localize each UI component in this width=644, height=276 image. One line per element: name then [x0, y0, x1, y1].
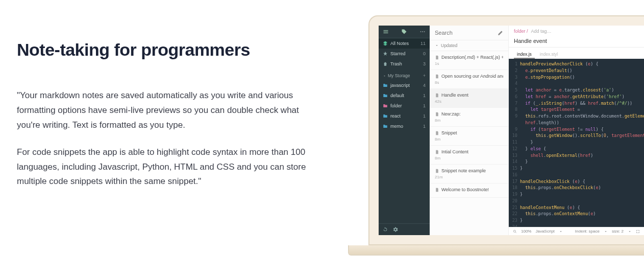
line-number: 22 [511, 211, 520, 217]
folder-javascript[interactable]: javascript4 [379, 80, 430, 90]
note-icon [435, 112, 439, 117]
line-number: 14 [511, 158, 520, 165]
code-line: let anchor = e.target.closest('a') [520, 87, 614, 94]
sidebar-all-notes[interactable]: All Notes11 [379, 38, 430, 49]
code-line: this.refs.root.contentWindow.document.ge… [520, 113, 644, 120]
status-bar: 100% JavaScript Indent: space size: 2 [509, 227, 644, 235]
sidebar-trash[interactable]: Trash3 [379, 59, 430, 69]
note-item[interactable]: Description(.md) + React(.js) + Stylu…1s [430, 51, 508, 70]
note-title: Welcome to Boostnote! [441, 187, 489, 192]
refresh-icon[interactable] [383, 227, 388, 232]
tag-icon[interactable] [401, 29, 407, 35]
folder-count: 1 [423, 103, 426, 108]
sidebar-item-label: Starred [390, 51, 406, 56]
settings-icon[interactable] [393, 227, 398, 232]
line-number: 15 [511, 165, 520, 172]
code-line: e.stopPropagation() [520, 74, 575, 81]
code-line: if (targetElement != null) { [520, 126, 604, 133]
code-line: e.preventDefault() [520, 67, 572, 74]
expand-icon[interactable] [636, 229, 640, 234]
svg-point-2 [424, 31, 425, 32]
note-item[interactable]: Intial Content8m [430, 146, 508, 165]
sidebar-item-count: 0 [423, 51, 426, 56]
svg-point-1 [422, 31, 423, 32]
paragraph-1: "Your markdown notes are saved automatic… [17, 88, 313, 133]
sidebar-item-label: All Notes [390, 41, 409, 46]
folder-count: 1 [423, 113, 426, 119]
indent-size-picker[interactable]: size: 2 [612, 229, 624, 234]
line-number: 19 [511, 191, 520, 198]
sidebar: All Notes11Starred0Trash3 My Storage + j… [379, 26, 430, 235]
chevron-down-icon [628, 229, 632, 234]
code-line: let targetElement = [520, 106, 580, 113]
line-number: 10 [511, 132, 520, 139]
laptop-mockup: All Notes11Starred0Trash3 My Storage + j… [368, 15, 644, 256]
paragraph-2: For code snippets the app is able to hig… [17, 145, 313, 190]
note-title-input[interactable] [514, 38, 639, 44]
indent-picker[interactable]: Indent: space [575, 229, 600, 234]
folder-label: folder [390, 103, 402, 108]
language-picker[interactable]: JavaScript [535, 229, 554, 234]
line-number: 12 [511, 146, 520, 152]
chevron-down-icon [604, 229, 608, 234]
folder-label: memo [390, 124, 403, 129]
note-time: 8m [435, 137, 503, 142]
add-folder-icon[interactable]: + [423, 73, 426, 78]
sort-toggle[interactable]: Updated [430, 40, 508, 51]
note-title: Intial Content [441, 149, 468, 154]
note-item[interactable]: Welcome to Boostnote! [430, 183, 508, 198]
note-title: Snippet note example [441, 168, 486, 173]
note-item[interactable]: Snippet8m [430, 127, 508, 146]
add-tag[interactable]: Add tag… [531, 29, 552, 34]
note-item[interactable]: Handle event42s [430, 89, 508, 108]
line-number: 16 [511, 172, 520, 178]
sidebar-starred[interactable]: Starred0 [379, 49, 430, 59]
svg-point-3 [513, 230, 515, 232]
zoom-icon[interactable] [513, 229, 517, 234]
folder-memo[interactable]: memo1 [379, 121, 430, 131]
code-line: if (_.isString(href) && href.match(/^#/)… [520, 100, 632, 107]
svg-point-0 [420, 31, 422, 32]
folder-folder[interactable]: folder1 [379, 101, 430, 111]
menu-icon[interactable] [383, 29, 389, 35]
folder-default[interactable]: default1 [379, 90, 430, 101]
code-line: this.props.onContextMenu(e) [520, 211, 596, 217]
more-icon[interactable] [419, 29, 426, 35]
search-input[interactable] [435, 30, 486, 36]
note-item[interactable]: Snippet note example21m [430, 165, 508, 183]
new-note-icon[interactable] [498, 30, 503, 36]
line-number: 2 [511, 67, 520, 74]
note-item[interactable]: New:zap:8m [430, 108, 508, 127]
note-item[interactable]: Open sourcing our Android and iO…8s [430, 70, 508, 89]
tab-index-js[interactable]: index.js [514, 51, 535, 59]
note-icon [435, 55, 439, 60]
folder-count: 1 [423, 124, 426, 129]
sidebar-item-count: 3 [423, 61, 426, 66]
folder-count: 1 [423, 93, 426, 98]
chevron-down-icon [435, 43, 439, 48]
code-line: handleContextMenu (e) { [520, 204, 580, 211]
code-line: } [520, 139, 533, 146]
line-number [511, 120, 520, 126]
breadcrumb-folder[interactable]: folder / [514, 29, 528, 34]
line-number: 6 [511, 94, 520, 100]
code-editor[interactable]: 1handlePreviewAnchorClick (e) {2 e.preve… [509, 59, 644, 227]
sidebar-item-label: Trash [390, 61, 402, 66]
zoom-level[interactable]: 100% [521, 229, 531, 234]
folder-react[interactable]: react1 [379, 111, 430, 121]
app-screenshot: All Notes11Starred0Trash3 My Storage + j… [379, 26, 644, 235]
line-number: 8 [511, 106, 520, 113]
chevron-down-icon [559, 229, 563, 234]
code-line: } [520, 217, 523, 224]
storage-section[interactable]: My Storage + [379, 69, 430, 80]
note-title: Description(.md) + React(.js) + Stylu… [441, 55, 503, 60]
code-line: this.getWindow().scrollTo(0, targetEleme… [520, 132, 644, 139]
sidebar-item-count: 11 [420, 41, 426, 46]
note-time: 8m [435, 118, 503, 123]
code-line: shell.openExternal(href) [520, 152, 593, 159]
note-title: Handle event [441, 93, 468, 98]
tab-index-styl[interactable]: index.styl [537, 51, 561, 59]
line-number: 3 [511, 74, 520, 81]
headline: Note-taking for programmers [17, 40, 313, 60]
line-number: 17 [511, 178, 520, 185]
